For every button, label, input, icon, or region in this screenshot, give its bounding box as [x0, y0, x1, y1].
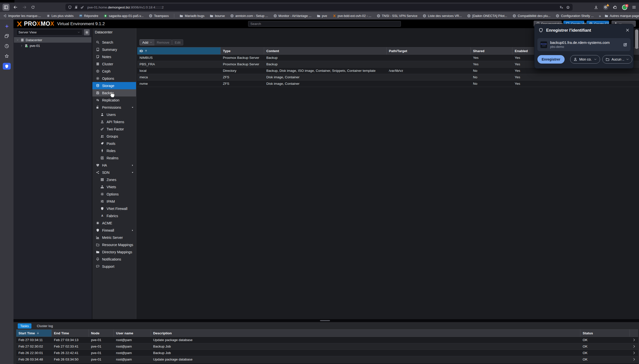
task-detail-chevron[interactable] — [630, 337, 638, 343]
menu-item-two-factor[interactable]: Two Factor — [92, 126, 136, 133]
url-bar[interactable]: pve-01.home.demongeot.biz:8006/#v1:0:18:… — [65, 4, 573, 11]
menu-item-options[interactable]: Options — [92, 75, 136, 82]
menu-item-search[interactable]: Search — [92, 39, 136, 46]
menu-item-metric-server[interactable]: Metric Server — [92, 234, 136, 241]
menu-item-vnets[interactable]: VNets — [92, 183, 136, 190]
menu-item-storage[interactable]: Storage — [92, 82, 136, 89]
menu-item-groups[interactable]: Groups — [92, 133, 136, 140]
menu-item-vnet-firewall[interactable]: VNet Firewall — [92, 205, 136, 212]
column-header-start-time[interactable]: Start Time — [16, 330, 52, 336]
menu-item-options[interactable]: Options — [92, 190, 136, 198]
menu-item-permissions[interactable]: Permissions — [92, 104, 136, 111]
menu-item-notes[interactable]: Notes — [92, 53, 136, 60]
ai-sparkle-icon[interactable] — [4, 23, 10, 30]
saved-login-key-icon[interactable] — [80, 6, 84, 9]
bookmark-item[interactable]: pve — [317, 14, 327, 18]
tree-node-datacenter[interactable]: Datacenter — [14, 37, 91, 43]
downloads-button[interactable] — [593, 4, 599, 11]
panel-splitter[interactable] — [14, 319, 639, 322]
translate-icon[interactable]: A — [559, 5, 564, 10]
menu-item-cluster[interactable]: Cluster — [92, 60, 136, 68]
column-header-node[interactable]: Node — [89, 330, 114, 336]
menu-item-ceph[interactable]: Ceph — [92, 68, 136, 75]
menu-item-roles[interactable]: Roles — [92, 147, 136, 154]
app-menu-button[interactable] — [630, 4, 637, 11]
close-icon[interactable] — [625, 28, 629, 32]
bookmarks-overflow-chevron[interactable]: » — [599, 14, 601, 18]
task-row[interactable]: Feb 26 03:34:48Feb 26 03:34:50pve-01root… — [16, 356, 638, 363]
menu-item-fabrics[interactable]: AFabrics — [92, 212, 136, 220]
bookmark-item[interactable]: Configuration Shelly ... — [556, 14, 593, 18]
menu-item-support[interactable]: Support — [92, 263, 136, 270]
bookmark-item[interactable]: bourse — [210, 14, 225, 18]
storage-row-nvme[interactable]: nvmeZFSDisk image, ContainerNoYes — [137, 80, 639, 87]
bookmark-item[interactable]: Les plus visités — [46, 14, 74, 18]
chevron-down-icon[interactable] — [16, 39, 19, 41]
sidebar-toggle-button[interactable] — [3, 4, 10, 11]
bookmark-item[interactable]: Monitor - AirVantage ... — [273, 14, 312, 18]
task-detail-chevron[interactable] — [630, 350, 638, 356]
storage-row-meca[interactable]: mecaZFSDisk image, ContainerNoYes — [137, 74, 639, 80]
bookmark-item[interactable]: [Daikin ONECTA] Pilot... — [467, 14, 507, 18]
tree-settings-gear-button[interactable] — [84, 29, 90, 36]
menu-item-ha[interactable]: HA — [92, 162, 136, 169]
task-detail-chevron[interactable] — [630, 343, 638, 350]
bookmark-item[interactable]: Importer les marque-... — [3, 14, 41, 18]
bookmark-item[interactable]: pve-bdd-ext-ovh-02 - ... — [332, 14, 371, 18]
tab-tasks[interactable]: Tasks — [18, 323, 32, 328]
task-row[interactable]: Feb 27 03:34:11Feb 27 03:34:13pve-01root… — [16, 337, 638, 343]
menu-item-directory-mappings[interactable]: Directory Mappings — [92, 248, 136, 256]
menu-item-firewall[interactable]: Firewall — [92, 227, 136, 234]
menu-item-acme[interactable]: ACME — [92, 220, 136, 227]
bitwarden-shield-icon[interactable] — [3, 63, 11, 70]
tabs-icon[interactable] — [4, 33, 10, 40]
column-header-shared[interactable]: Shared — [471, 47, 512, 54]
column-header-enabled[interactable]: Enabled — [512, 47, 537, 54]
insecure-lock-icon[interactable] — [74, 5, 78, 9]
menu-item-zones[interactable]: Zones — [92, 176, 136, 183]
account-select[interactable]: Mon co... — [570, 55, 600, 64]
menu-item-ipam[interactable]: IPAM — [92, 198, 136, 205]
menu-item-resource-mappings[interactable]: Resource Mappings — [92, 241, 136, 248]
remove-button[interactable]: Remove — [154, 40, 172, 46]
edit-icon[interactable] — [623, 42, 627, 47]
extension-g-button[interactable]: G — [602, 4, 609, 11]
menu-item-sdn[interactable]: SDN — [92, 169, 136, 176]
tracking-protection-shield-icon[interactable] — [68, 5, 72, 9]
bookmark-item[interactable]: Compatibilité des plu... — [512, 14, 551, 18]
history-clock-icon[interactable] — [4, 43, 10, 49]
bookmark-item[interactable]: TNSI - SSL VPN Service — [377, 14, 417, 18]
vertical-scrollbar-thumb[interactable] — [635, 30, 638, 49]
column-header-content[interactable]: Content — [264, 47, 387, 54]
menu-item-users[interactable]: Users — [92, 111, 136, 118]
extensions-puzzle-button[interactable] — [611, 4, 618, 11]
bookmark-item[interactable]: Teampass — [149, 14, 169, 18]
folder-select[interactable]: Aucun ... — [602, 55, 632, 64]
menu-item-summary[interactable]: Summary — [92, 46, 136, 53]
column-header-end-time[interactable]: End Time — [52, 330, 89, 336]
back-button[interactable] — [12, 4, 19, 11]
reload-button[interactable] — [30, 4, 37, 11]
task-row-partial[interactable] — [16, 363, 638, 364]
view-selector[interactable]: Server View — [16, 29, 82, 36]
column-header-status[interactable]: Status — [580, 330, 630, 336]
bookmark-item[interactable]: anntoin.com - Setup ... — [230, 14, 268, 18]
save-button[interactable]: Enregistrer — [537, 55, 565, 64]
column-header-type[interactable]: Type — [221, 47, 264, 54]
password-manager-button[interactable]: 5 — [621, 4, 628, 11]
global-search-input[interactable] — [248, 21, 401, 27]
menu-item-realms[interactable]: Realms — [92, 154, 136, 162]
forward-button[interactable] — [21, 4, 28, 11]
tab-cluster-log[interactable]: Cluster log — [35, 323, 56, 328]
task-detail-chevron[interactable] — [630, 356, 638, 362]
task-row[interactable]: Feb 26 22:30:01Feb 26 22:42:41pve-01root… — [16, 350, 638, 356]
bookmark-star-icon[interactable] — [566, 5, 570, 10]
bookmarks-star-icon[interactable] — [4, 53, 10, 59]
bookmark-item[interactable]: sagacita-app-01-pa5.v... — [104, 14, 143, 18]
splitter-grip[interactable] — [320, 320, 330, 321]
chevron-right-icon[interactable] — [20, 45, 23, 47]
menu-item-pools[interactable]: Pools — [92, 140, 136, 147]
column-header-user-name[interactable]: User name — [114, 330, 151, 336]
task-row[interactable]: Feb 27 02:30:02Feb 27 02:33:41pve-01root… — [16, 343, 638, 350]
edit-button[interactable]: Edit — [172, 40, 183, 46]
